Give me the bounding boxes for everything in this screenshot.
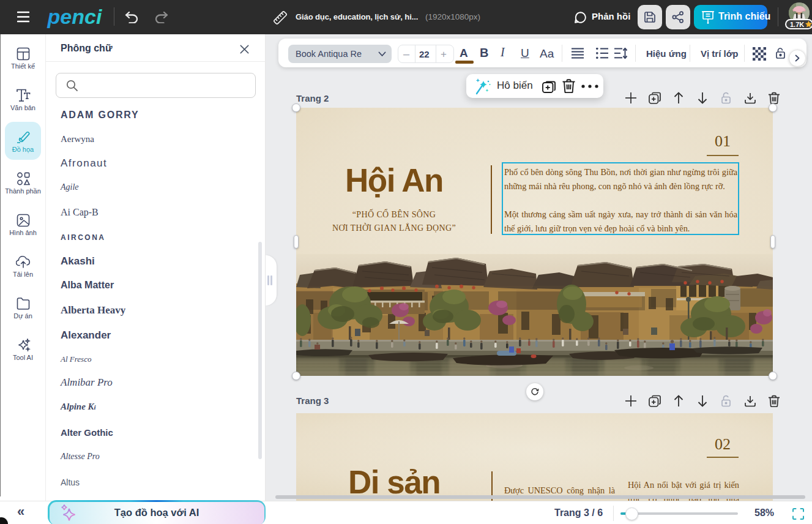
svg-text:penci: penci: [47, 5, 103, 28]
